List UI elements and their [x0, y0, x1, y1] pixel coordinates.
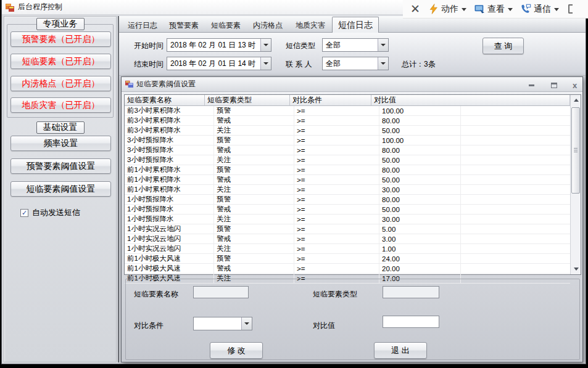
cell-compare-condition[interactable]: >= — [294, 264, 379, 273]
form-value-input[interactable] — [383, 316, 439, 328]
cell-compare-value[interactable]: 50.00 — [379, 126, 461, 135]
cell-compare-value[interactable]: 24.00 — [379, 254, 461, 263]
table-row[interactable]: 3小时预报降水 预警 >= 100.00 — [125, 136, 570, 145]
table-header-cell[interactable]: 对比值 — [371, 95, 567, 106]
exit-button[interactable]: 退 出 — [374, 342, 427, 359]
form-condition-dropdown-icon[interactable] — [241, 317, 252, 330]
cell-element-type[interactable]: 关注 — [214, 215, 294, 224]
cell-element-name[interactable]: 前1小时累积降水 — [125, 175, 214, 184]
cell-empty[interactable] — [461, 145, 570, 155]
query-button[interactable]: 查 询 — [482, 38, 524, 54]
table-row[interactable]: 前1小时极大风速 警戒 >= 20.00 — [125, 264, 570, 274]
cell-compare-condition[interactable]: >= — [294, 126, 379, 135]
cell-element-type[interactable]: 警戒 — [214, 145, 294, 155]
cell-empty[interactable] — [461, 205, 570, 214]
cell-empty[interactable] — [461, 106, 570, 115]
tab-warning-elements[interactable]: 预警要素 — [167, 19, 201, 31]
tab-waterlogging-grid[interactable]: 内涝格点 — [251, 19, 285, 31]
cell-element-type[interactable]: 预警 — [214, 165, 294, 174]
cell-element-type[interactable]: 关注 — [214, 126, 294, 135]
cell-compare-condition[interactable]: >= — [294, 136, 379, 145]
dialog-close-button[interactable]: x — [569, 81, 580, 89]
cell-element-name[interactable]: 前3小时累积降水 — [125, 116, 214, 125]
cell-element-name[interactable]: 1小时实况云地闪 — [125, 224, 214, 234]
start-time-dropdown-icon[interactable] — [260, 39, 271, 51]
cell-element-name[interactable]: 1小时预报降水 — [125, 195, 214, 204]
tab-run-log[interactable]: 运行日志 — [125, 19, 160, 31]
cell-compare-value[interactable]: 80.00 — [379, 145, 461, 155]
auto-send-sms-checkbox[interactable]: ✓ 自动发送短信 — [20, 207, 80, 218]
end-time-dropdown-icon[interactable] — [260, 57, 271, 70]
cell-element-type[interactable]: 预警 — [214, 254, 294, 263]
scroll-up-icon[interactable] — [571, 95, 581, 105]
cell-compare-value[interactable]: 1.00 — [379, 244, 461, 253]
cell-compare-value[interactable]: 100.00 — [379, 106, 461, 115]
cell-element-type[interactable]: 警戒 — [214, 264, 294, 273]
toolbar-close-icon[interactable]: ✕ — [410, 3, 420, 15]
cell-compare-condition[interactable]: >= — [294, 254, 379, 263]
end-time-picker[interactable]: 2018 年 02 月 01 日 14 时 — [167, 57, 271, 70]
table-header-cell[interactable]: 短临要素类型 — [205, 95, 290, 106]
cell-empty[interactable] — [461, 136, 570, 145]
cell-compare-value[interactable]: 80.00 — [379, 195, 461, 204]
table-row[interactable]: 3小时预报降水 警戒 >= 80.00 — [125, 145, 570, 155]
cell-empty[interactable] — [461, 254, 570, 263]
tab-sms-log[interactable]: 短信日志 — [332, 17, 379, 33]
sms-type-dropdown-icon[interactable] — [378, 39, 388, 51]
table-row[interactable]: 1小时实况云地闪 关注 >= 1.00 — [125, 244, 570, 254]
tab-geological-disaster[interactable]: 地质灾害 — [293, 19, 328, 31]
cell-element-type[interactable]: 预警 — [214, 224, 294, 234]
dialog-minimize-button[interactable] — [526, 81, 537, 89]
sidebar-button-geological-disaster[interactable]: 地质灾害（已开启） — [10, 97, 111, 113]
cell-element-type[interactable]: 警戒 — [214, 116, 294, 125]
toolbar-communication-menu[interactable]: 通信 — [521, 4, 559, 15]
cell-element-name[interactable]: 1小时预报降水 — [125, 205, 214, 214]
cell-empty[interactable] — [461, 185, 570, 194]
sidebar-button-frequency-settings[interactable]: 频率设置 — [10, 136, 111, 151]
cell-compare-value[interactable]: 100.00 — [379, 136, 461, 145]
sidebar-button-nowcast-threshold-settings[interactable]: 短临要素阈值设置 — [10, 181, 111, 197]
table-row[interactable]: 1小时实况云地闪 警戒 >= 3.00 — [125, 234, 570, 244]
cell-empty[interactable] — [461, 264, 570, 273]
modify-button[interactable]: 修 改 — [210, 342, 263, 359]
form-condition-combobox[interactable] — [193, 317, 252, 330]
scrollbar-thumb[interactable] — [571, 107, 580, 194]
table-header-cell[interactable]: 短临要素名称 — [125, 95, 205, 106]
cell-compare-condition[interactable]: >= — [294, 116, 379, 125]
cell-element-name[interactable]: 前1小时累积降水 — [125, 185, 214, 194]
sms-type-combobox[interactable]: 全部 — [322, 38, 389, 52]
sidebar-button-warning-threshold-settings[interactable]: 预警要素阈值设置 — [10, 158, 111, 174]
sidebar-button-warning-elements[interactable]: 预警要素（已开启） — [10, 31, 111, 47]
form-type-input[interactable] — [383, 286, 439, 298]
table-row[interactable]: 3小时预报降水 关注 >= 50.00 — [125, 155, 570, 165]
cell-empty[interactable] — [461, 195, 570, 204]
table-scrollbar[interactable] — [570, 95, 581, 274]
cell-compare-condition[interactable]: >= — [294, 145, 379, 155]
cell-empty[interactable] — [461, 234, 570, 243]
cell-compare-condition[interactable]: >= — [294, 185, 379, 194]
tab-nowcast-elements[interactable]: 短临要素 — [209, 19, 243, 31]
table-row[interactable]: 前3小时累积降水 警戒 >= 80.00 — [125, 116, 570, 126]
sidebar-button-nowcast-elements[interactable]: 短临要素（已开启） — [10, 54, 111, 69]
cell-element-name[interactable]: 前3小时累积降水 — [125, 106, 214, 115]
cell-element-name[interactable]: 前3小时累积降水 — [125, 126, 214, 135]
cell-element-type[interactable]: 预警 — [214, 195, 294, 204]
cell-element-type[interactable]: 关注 — [214, 185, 294, 194]
table-row[interactable]: 1小时实况云地闪 预警 >= 5.00 — [125, 224, 570, 234]
cell-compare-value[interactable]: 20.00 — [379, 264, 461, 273]
sidebar-button-waterlogging-grid[interactable]: 内涝格点（已开启） — [10, 76, 111, 91]
dialog-maximize-button[interactable] — [549, 81, 559, 89]
toolbar-clipped-item-icon[interactable] — [568, 4, 573, 14]
cell-empty[interactable] — [461, 165, 570, 174]
start-time-picker[interactable]: 2018 年 02 月 01 日 13 时 — [167, 38, 271, 52]
table-row[interactable]: 1小时预报降水 预警 >= 80.00 — [125, 195, 570, 205]
contact-dropdown-icon[interactable] — [378, 57, 388, 70]
table-row[interactable]: 1小时预报降水 警戒 >= 50.00 — [125, 205, 570, 215]
cell-compare-condition[interactable]: >= — [294, 165, 379, 174]
cell-element-type[interactable]: 警戒 — [214, 234, 294, 243]
table-row[interactable]: 前1小时累积降水 警戒 >= 50.00 — [125, 175, 570, 185]
cell-compare-condition[interactable]: >= — [294, 234, 379, 243]
scroll-down-icon[interactable] — [571, 264, 581, 274]
cell-element-name[interactable]: 1小时实况云地闪 — [125, 244, 214, 253]
cell-element-name[interactable]: 1小时预报降水 — [125, 215, 214, 224]
